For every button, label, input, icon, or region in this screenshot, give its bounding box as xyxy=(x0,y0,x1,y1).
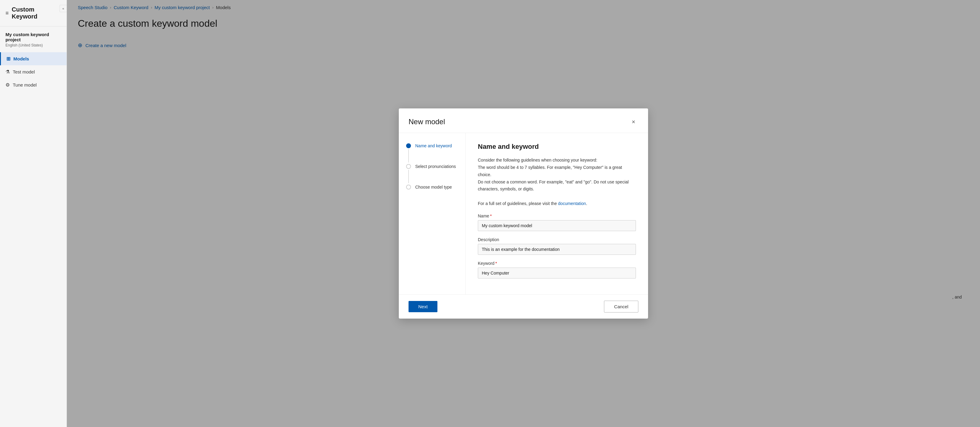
dialog-header: New model × xyxy=(399,108,648,133)
keyword-field-group: Keyword* xyxy=(478,261,636,278)
sidebar-item-models[interactable]: ⊞ Models xyxy=(0,52,67,65)
dialog-footer: Next Cancel xyxy=(399,294,648,319)
content-panel: Name and keyword Consider the following … xyxy=(466,133,648,294)
sidebar-label-tune: Tune model xyxy=(13,82,37,87)
keyword-input[interactable] xyxy=(478,268,636,278)
sidebar-item-test-model[interactable]: ⚗ Test model xyxy=(0,65,67,78)
models-icon: ⊞ xyxy=(6,56,10,62)
sidebar-label-models: Models xyxy=(13,56,29,61)
sidebar: « ≡ Custom Keyword My custom keyword pro… xyxy=(0,0,67,427)
step-select-pronunciations: Select pronunciations xyxy=(406,163,458,184)
menu-icon: ≡ xyxy=(5,10,9,16)
step-3-label: Choose model type xyxy=(415,184,452,190)
sidebar-label-test: Test model xyxy=(13,69,35,75)
step-3-connector xyxy=(406,184,411,189)
collapse-button[interactable]: « xyxy=(60,5,67,12)
description-label: Description xyxy=(478,237,636,242)
step-2-dot xyxy=(406,164,411,169)
main-content: Speech Studio › Custom Keyword › My cust… xyxy=(67,0,980,427)
name-required-star: * xyxy=(490,214,492,218)
cancel-button[interactable]: Cancel xyxy=(604,301,638,313)
content-title: Name and keyword xyxy=(478,143,636,151)
step-1-line xyxy=(408,149,409,162)
keyword-required-star: * xyxy=(495,261,497,266)
dialog-title: New model xyxy=(409,117,445,126)
step-choose-model-type: Choose model type xyxy=(406,184,458,190)
sidebar-item-tune-model[interactable]: ⚙ Tune model xyxy=(0,78,67,91)
step-2-line xyxy=(408,170,409,183)
project-name: My custom keyword project xyxy=(5,32,61,42)
description-input[interactable] xyxy=(478,244,636,255)
close-button[interactable]: × xyxy=(628,117,638,127)
project-language: English (United States) xyxy=(5,43,61,48)
sidebar-navigation: ⊞ Models ⚗ Test model ⚙ Tune model xyxy=(0,52,67,91)
steps-panel: Name and keyword Select pronunciations xyxy=(399,133,466,294)
step-name-keyword: Name and keyword xyxy=(406,143,458,163)
guidelines-line4-suffix: . xyxy=(586,201,587,206)
step-1-label: Name and keyword xyxy=(415,143,452,149)
guidelines-line4-prefix: For a full set of guidelines, please vis… xyxy=(478,201,558,206)
step-1-dot xyxy=(406,143,411,148)
step-2-connector xyxy=(406,163,411,184)
tune-icon: ⚙ xyxy=(5,82,10,88)
close-icon: × xyxy=(632,119,635,125)
step-2-label: Select pronunciations xyxy=(415,163,456,170)
guidelines-text: Consider the following guidelines when c… xyxy=(478,157,636,208)
next-button[interactable]: Next xyxy=(409,301,438,312)
step-3-dot xyxy=(406,185,411,189)
new-model-dialog: New model × Name and keyword xyxy=(399,108,648,319)
documentation-link[interactable]: documentation xyxy=(558,201,586,206)
keyword-label: Keyword* xyxy=(478,261,636,266)
sidebar-project: My custom keyword project English (Unite… xyxy=(0,26,67,49)
name-label: Name* xyxy=(478,214,636,218)
description-field-group: Description xyxy=(478,237,636,255)
modal-overlay: New model × Name and keyword xyxy=(67,0,980,427)
test-icon: ⚗ xyxy=(5,69,10,75)
dialog-body: Name and keyword Select pronunciations xyxy=(399,133,648,294)
name-field-group: Name* xyxy=(478,214,636,231)
name-input[interactable] xyxy=(478,220,636,231)
sidebar-header: ≡ Custom Keyword xyxy=(0,0,67,26)
app-title: Custom Keyword xyxy=(12,6,61,20)
step-1-connector xyxy=(406,143,411,163)
